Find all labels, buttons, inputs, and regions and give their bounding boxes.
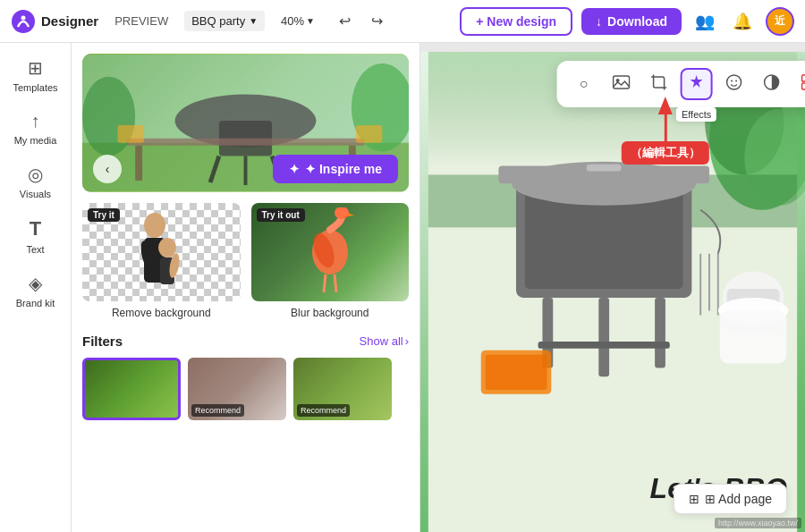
- recommend-badge: Recommend: [297, 404, 350, 417]
- svg-rect-42: [538, 342, 670, 349]
- svg-rect-9: [126, 139, 364, 146]
- svg-line-25: [335, 274, 336, 292]
- add-page-button[interactable]: ⊞ ⊞ Add page: [674, 484, 787, 514]
- upload-icon: ↑: [31, 111, 40, 131]
- recommend-badge: Recommend: [191, 404, 244, 417]
- avatar[interactable]: 近: [766, 7, 794, 36]
- image-icon: [613, 73, 631, 96]
- header: Designer PREVIEW BBQ party ▼ 40% ▼ ↩ ↪ +…: [0, 0, 805, 43]
- circle-tool-button[interactable]: ○: [568, 68, 600, 100]
- svg-rect-61: [802, 83, 805, 89]
- svg-rect-41: [598, 298, 609, 376]
- try-cards: Try it Remove back: [82, 203, 409, 319]
- filters-header: Filters Show all ›: [82, 334, 409, 349]
- grid-icon: ⊞: [28, 57, 43, 79]
- download-button[interactable]: ↓ Download: [581, 8, 682, 35]
- adjust-tool-button[interactable]: [756, 68, 788, 100]
- show-all-link[interactable]: Show all ›: [360, 334, 409, 348]
- sidebar-item-my-media[interactable]: ↑ My media: [4, 104, 67, 153]
- crop-icon: [650, 73, 668, 95]
- adjust-icon: [763, 73, 781, 95]
- watermark: http://www.xiaoyao.tw/: [715, 518, 801, 528]
- flamingo-figure: [251, 203, 410, 301]
- bbq-canvas[interactable]: Let's BBQ: [420, 52, 805, 532]
- annotation-text: （編輯工具）: [622, 141, 709, 165]
- inspire-overlay: ‹ ✦ ✦ Inspire me: [82, 146, 409, 192]
- svg-rect-15: [356, 125, 383, 143]
- sidebar: ⊞ Templates ↑ My media ◎ Visuals T Text …: [0, 43, 72, 532]
- circle-icon: ○: [580, 76, 589, 92]
- redo-button[interactable]: ↪: [363, 7, 392, 36]
- svg-point-13: [82, 77, 135, 156]
- blur-bg-label: Blur background: [291, 307, 369, 319]
- svg-point-55: [735, 80, 737, 82]
- child-figure: [121, 207, 201, 297]
- filter-thumb-1[interactable]: [82, 358, 181, 420]
- svg-line-24: [324, 274, 326, 292]
- back-button[interactable]: ‹: [93, 155, 122, 183]
- try-badge: Try it: [88, 208, 120, 222]
- effects-tool-button[interactable]: Effects: [681, 68, 713, 100]
- remove-bg-label: Remove background: [112, 307, 211, 319]
- arrow-annotation: （編輯工具）: [622, 97, 709, 165]
- more-tool-button[interactable]: [793, 68, 805, 100]
- visuals-icon: ◎: [28, 164, 43, 185]
- svg-point-1: [21, 15, 26, 20]
- logo-area: Designer: [11, 9, 98, 34]
- share-button[interactable]: 👥: [691, 7, 719, 36]
- sidebar-item-brand[interactable]: ◈ Brand kit: [4, 266, 67, 316]
- chevron-right-icon: ›: [405, 334, 409, 348]
- svg-rect-40: [655, 298, 665, 368]
- filter-thumbnails: Recommend Recommend: [82, 358, 409, 420]
- brand-icon: ◈: [29, 273, 42, 294]
- blur-background-card[interactable]: Try it out: [251, 203, 410, 319]
- face-tool-button[interactable]: [718, 68, 750, 100]
- crop-tool-button[interactable]: [643, 68, 675, 100]
- svg-rect-47: [486, 355, 547, 390]
- app-logo-icon: [11, 9, 36, 34]
- main-layout: ⊞ Templates ↑ My media ◎ Visuals T Text …: [0, 43, 805, 532]
- remove-bg-preview: Try it: [82, 203, 241, 301]
- app-name: Designer: [41, 13, 98, 29]
- arrow-line: [664, 114, 666, 141]
- face-icon: [725, 73, 743, 95]
- grid-tool-icon: [801, 73, 805, 95]
- svg-rect-14: [117, 125, 144, 143]
- preview-button[interactable]: PREVIEW: [107, 11, 175, 31]
- undo-redo-group: ↩ ↪: [331, 7, 392, 36]
- chevron-down-icon: ▼: [249, 16, 258, 26]
- sidebar-item-templates[interactable]: ⊞ Templates: [4, 50, 67, 100]
- svg-point-18: [158, 238, 176, 258]
- sidebar-item-text[interactable]: T Text: [4, 210, 67, 262]
- svg-rect-51: [614, 76, 630, 89]
- filter-thumb-2[interactable]: Recommend: [188, 358, 286, 420]
- svg-point-54: [731, 80, 733, 82]
- blur-bg-preview: Try it out: [251, 203, 410, 301]
- new-design-button[interactable]: + New design: [460, 7, 572, 36]
- sparkle-icon: ✦: [289, 162, 300, 176]
- undo-button[interactable]: ↩: [331, 7, 360, 36]
- zoom-control[interactable]: 40% ▼: [274, 11, 322, 31]
- svg-point-23: [335, 207, 349, 219]
- text-icon: T: [30, 217, 41, 241]
- arrow-up-icon: [658, 97, 673, 114]
- image-tool-button[interactable]: [606, 68, 638, 100]
- chevron-down-icon: ▼: [306, 16, 315, 26]
- canvas-area: Let's BBQ ○: [420, 43, 805, 532]
- remove-background-card[interactable]: Try it Remove back: [82, 203, 241, 319]
- sidebar-item-visuals[interactable]: ◎ Visuals: [4, 156, 67, 207]
- svg-rect-36: [525, 192, 683, 289]
- bbq-scene: [420, 52, 805, 532]
- svg-point-16: [144, 213, 165, 238]
- svg-rect-49: [720, 311, 787, 364]
- filters-title: Filters: [82, 334, 123, 349]
- download-icon: ↓: [596, 14, 602, 29]
- effects-panel: ‹ ✦ ✦ Inspire me Try it: [72, 43, 420, 532]
- filter-thumb-3[interactable]: Recommend: [293, 358, 392, 420]
- document-name[interactable]: BBQ party ▼: [184, 11, 265, 31]
- add-page-icon: ⊞: [689, 492, 699, 506]
- inspire-me-button[interactable]: ✦ ✦ Inspire me: [273, 155, 398, 183]
- svg-rect-59: [802, 75, 805, 81]
- panel-content: ‹ ✦ ✦ Inspire me Try it: [72, 43, 419, 532]
- notifications-button[interactable]: 🔔: [728, 7, 757, 36]
